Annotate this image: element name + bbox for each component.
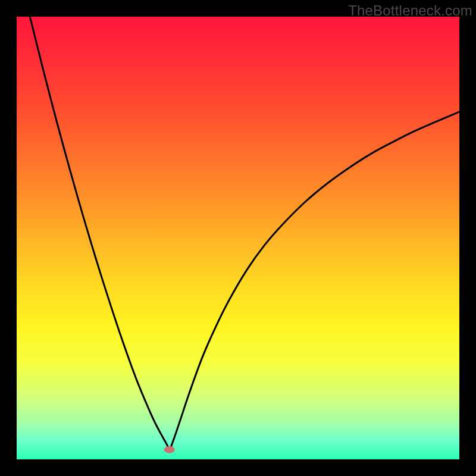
optimum-marker [164,446,175,453]
bottleneck-chart [17,17,459,459]
chart-frame [17,17,459,459]
gradient-background [17,17,459,459]
